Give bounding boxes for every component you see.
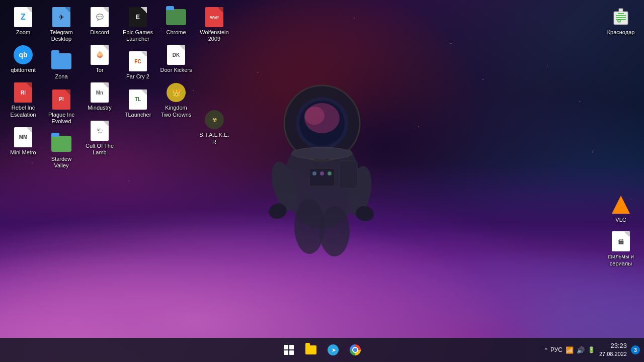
right-icons-area: ♻ Краснодар VLC 🎬 фильмы исериалы xyxy=(603,5,639,269)
mindustry-icon-item[interactable]: Mn Mindustry xyxy=(82,80,118,113)
telegram-desktop-label: TelegramDesktop xyxy=(50,29,72,42)
icon-column-2: ✈ TelegramDesktop Zona PI Plague IncEvol… xyxy=(43,5,79,171)
stalker-label: S.T.A.L.K.E.R xyxy=(198,132,230,145)
telegram-icon xyxy=(328,344,339,355)
svg-text:♻: ♻ xyxy=(617,18,621,24)
chrome-icon xyxy=(350,344,361,355)
taskbar-center xyxy=(279,340,365,360)
far-cry-2-icon-item[interactable]: FC Far Cry 2 xyxy=(120,49,156,82)
icons-area: Z Zoom qb qbittorrent RI Rebel IncEscala… xyxy=(5,5,232,333)
icon-column-6: Wolf Wolfenstein2009 ☢ S.T.A.L.K.E.R xyxy=(196,5,232,147)
rebel-inc-label: Rebel IncEscalation xyxy=(11,105,36,118)
kingdom-two-crowns-icon-item[interactable]: 👑 KingdomTwo Crowns xyxy=(158,80,194,120)
icon-column-4: E Epic GamesLauncher FC Far Cry 2 TL TLa… xyxy=(120,5,156,120)
stalker-icon-item[interactable]: ☢ S.T.A.L.K.E.R xyxy=(196,108,232,147)
rebel-inc-icon-item[interactable]: RI Rebel IncEscalation xyxy=(5,80,41,120)
epic-games-label: Epic GamesLauncher xyxy=(123,29,153,42)
krasnodar-icon-item[interactable]: ♻ Краснодар xyxy=(603,5,639,38)
taskbar: ^ РУС 📶 🔊 🔋 23:23 27.08.2022 3 xyxy=(0,338,644,362)
icon-column-5: Chrome DK Door Kickers 👑 KingdomTwo Crow… xyxy=(158,5,194,120)
telegram-taskbar-button[interactable] xyxy=(323,340,343,360)
battery-icon[interactable]: 🔋 xyxy=(588,346,595,353)
epic-games-icon-item[interactable]: E Epic GamesLauncher xyxy=(120,5,156,44)
cult-of-the-lamb-icon-item[interactable]: 🐑 Cult Of TheLamb xyxy=(82,119,118,158)
plague-inc-icon-item[interactable]: PI Plague IncEvolved xyxy=(43,87,79,127)
windows-logo-icon xyxy=(284,345,294,355)
door-kickers-label: Door Kickers xyxy=(160,67,192,73)
svg-point-15 xyxy=(312,171,316,175)
system-tray: ^ РУС 📶 🔊 🔋 xyxy=(545,346,595,354)
far-cry-2-label: Far Cry 2 xyxy=(126,73,149,80)
door-kickers-icon-item[interactable]: DK Door Kickers xyxy=(158,43,194,75)
vlc-icon-item[interactable]: VLC xyxy=(603,193,639,225)
filmy-icon-item[interactable]: 🎬 фильмы исериалы xyxy=(603,229,639,268)
chrome-taskbar-button[interactable] xyxy=(345,340,365,360)
qbittorrent-label: qbittorrent xyxy=(11,67,36,73)
language-indicator[interactable]: РУС xyxy=(550,346,562,353)
svg-point-16 xyxy=(320,171,324,175)
stardew-valley-label: StardewValley xyxy=(51,156,71,169)
file-explorer-button[interactable] xyxy=(301,340,321,360)
svg-rect-14 xyxy=(309,168,335,186)
telegram-desktop-icon-item[interactable]: ✈ TelegramDesktop xyxy=(43,5,79,44)
notification-count: 3 xyxy=(634,347,637,353)
taskbar-right: ^ РУС 📶 🔊 🔋 23:23 27.08.2022 3 xyxy=(545,342,640,357)
volume-icon[interactable]: 🔊 xyxy=(577,346,585,354)
zoom-icon-item[interactable]: Z Zoom xyxy=(5,5,41,38)
date-display: 27.08.2022 xyxy=(599,350,627,357)
tor-label: Tor xyxy=(96,67,103,73)
file-explorer-icon xyxy=(305,345,316,354)
qbittorrent-icon-item[interactable]: qb qbittorrent xyxy=(5,43,41,75)
discord-label: Discord xyxy=(90,29,109,36)
filmy-label: фильмы исериалы xyxy=(608,253,634,266)
plague-inc-label: Plague IncEvolved xyxy=(48,112,74,125)
svg-rect-13 xyxy=(340,161,357,189)
kingdom-two-crowns-label: KingdomTwo Crowns xyxy=(161,105,192,118)
wifi-icon[interactable]: 📶 xyxy=(566,346,574,354)
wolfenstein-label: Wolfenstein2009 xyxy=(200,29,228,42)
tlauncher-label: TLauncher xyxy=(125,112,151,118)
mini-metro-label: Mini Metro xyxy=(10,149,36,156)
discord-icon-item[interactable]: 💬 Discord xyxy=(82,5,118,38)
notification-badge[interactable]: 3 xyxy=(631,345,640,354)
time-display: 23:23 xyxy=(610,342,627,350)
clock-area[interactable]: 23:23 27.08.2022 xyxy=(599,342,627,357)
tray-chevron-icon[interactable]: ^ xyxy=(545,347,547,353)
svg-point-5 xyxy=(304,107,325,125)
cult-of-the-lamb-label: Cult Of TheLamb xyxy=(86,143,114,156)
zoom-label: Zoom xyxy=(16,29,30,36)
icon-column-3: 💬 Discord 🧅 Tor Mn Mindustry xyxy=(82,5,118,158)
vlc-label: VLC xyxy=(615,217,626,223)
chrome-icon-item[interactable]: Chrome xyxy=(158,5,194,38)
svg-point-6 xyxy=(292,147,352,159)
zona-label: Zona xyxy=(55,73,67,80)
svg-point-17 xyxy=(328,171,332,175)
svg-point-12 xyxy=(319,206,350,256)
wolfenstein-icon-item[interactable]: Wolf Wolfenstein2009 xyxy=(196,5,232,44)
zona-icon-item[interactable]: Zona xyxy=(43,49,79,82)
mini-metro-icon-item[interactable]: MM Mini Metro xyxy=(5,125,41,158)
chrome-label: Chrome xyxy=(166,29,186,36)
stardew-valley-icon-item[interactable]: StardewValley xyxy=(43,132,79,171)
tlauncher-icon-item[interactable]: TL TLauncher xyxy=(120,87,156,120)
start-button[interactable] xyxy=(279,340,299,360)
krasnodar-label: Краснодар xyxy=(607,29,635,36)
tor-icon-item[interactable]: 🧅 Tor xyxy=(82,43,118,75)
astronaut-decoration xyxy=(252,40,392,266)
icon-column-1: Z Zoom qb qbittorrent RI Rebel IncEscala… xyxy=(5,5,41,158)
mindustry-label: Mindustry xyxy=(88,105,112,111)
